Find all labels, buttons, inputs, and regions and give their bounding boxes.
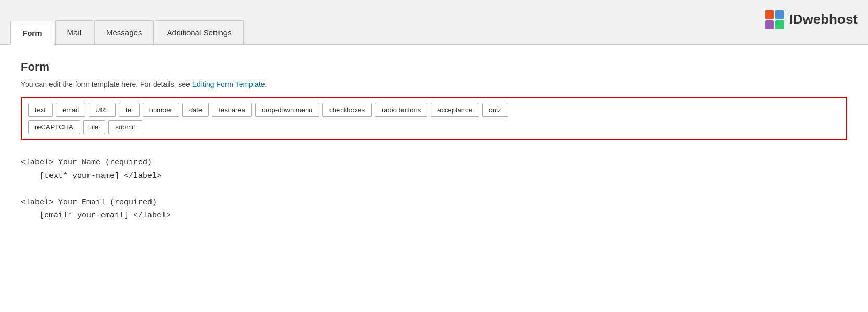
code-area: <label> Your Name (required) [text* your…	[21, 151, 847, 228]
tag-button-file[interactable]: file	[83, 120, 106, 134]
tab-additional-settings[interactable]: Additional Settings	[155, 20, 243, 44]
page-wrapper: Form Mail Messages Additional Settings I…	[0, 0, 868, 312]
tag-button-url[interactable]: URL	[89, 103, 116, 117]
tab-mail-label: Mail	[67, 28, 82, 37]
tag-row-2: reCAPTCHAfilesubmit	[28, 120, 840, 134]
tag-button-radio[interactable]: radio buttons	[375, 103, 427, 117]
tag-row-1: textemailURLtelnumberdatetext areadrop-d…	[28, 103, 840, 117]
logo-square-2	[775, 10, 784, 19]
tab-bar-tabs: Form Mail Messages Additional Settings	[10, 0, 244, 44]
editing-form-template-link[interactable]: Editing Form Template	[192, 80, 265, 88]
tag-button-email[interactable]: email	[56, 103, 85, 117]
section-title: Form	[21, 60, 847, 74]
tag-button-date[interactable]: date	[182, 103, 209, 117]
tag-button-textarea[interactable]: text area	[212, 103, 252, 117]
tag-buttons-container: textemailURLtelnumberdatetext areadrop-d…	[21, 97, 847, 140]
tag-button-submit[interactable]: submit	[108, 120, 142, 134]
description-suffix: .	[265, 80, 267, 88]
tag-button-checkboxes[interactable]: checkboxes	[322, 103, 372, 117]
logo-square-4	[775, 20, 784, 29]
tag-button-dropdown[interactable]: drop-down menu	[255, 103, 320, 117]
logo-square-3	[765, 20, 774, 29]
tag-button-tel[interactable]: tel	[119, 103, 140, 117]
tab-messages-label: Messages	[106, 28, 142, 37]
tag-button-text[interactable]: text	[28, 103, 53, 117]
tab-mail[interactable]: Mail	[55, 20, 94, 44]
logo-text: IDwebhost	[789, 11, 858, 28]
logo-grid	[765, 10, 784, 29]
logo-area: IDwebhost	[765, 0, 858, 44]
tab-additional-settings-label: Additional Settings	[167, 28, 231, 37]
tag-button-number[interactable]: number	[143, 103, 179, 117]
tag-button-quiz[interactable]: quiz	[482, 103, 508, 117]
description-prefix: You can edit the form template here. For…	[21, 80, 192, 88]
tag-button-recaptcha[interactable]: reCAPTCHA	[28, 120, 80, 134]
tag-button-acceptance[interactable]: acceptance	[431, 103, 479, 117]
tab-form[interactable]: Form	[10, 21, 54, 45]
logo-square-1	[765, 10, 774, 19]
tab-form-label: Form	[22, 29, 42, 37]
tab-bar: Form Mail Messages Additional Settings I…	[0, 0, 868, 45]
description-text: You can edit the form template here. For…	[21, 80, 847, 88]
tab-messages[interactable]: Messages	[94, 20, 154, 44]
main-content: Form You can edit the form template here…	[0, 45, 868, 312]
